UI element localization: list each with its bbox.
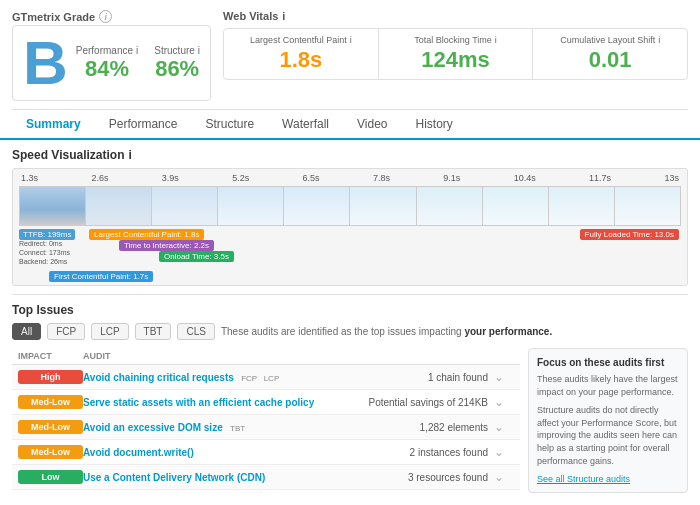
filmstrip-frame-5 bbox=[284, 187, 350, 225]
issues-table: IMPACT AUDIT High Avoid chaining critica… bbox=[12, 348, 520, 493]
performance-metric: Performance i 84% bbox=[76, 45, 138, 82]
filter-lcp[interactable]: LCP bbox=[91, 323, 128, 340]
web-vitals-info-icon[interactable]: i bbox=[282, 10, 285, 22]
filmstrip-frame-6 bbox=[350, 187, 416, 225]
audit-name-2: Serve static assets with an efficient ca… bbox=[83, 395, 368, 409]
col-impact: IMPACT bbox=[18, 351, 83, 361]
filmstrip-frame-7 bbox=[417, 187, 483, 225]
audit-name-1: Avoid chaining critical requests FCP LCP bbox=[83, 370, 428, 384]
annot-ttfb: TTFB: 199ms bbox=[19, 229, 75, 240]
tbt-label: Total Blocking Time bbox=[414, 35, 492, 45]
sidebar-text-1: These audits likely have the largest imp… bbox=[537, 373, 679, 398]
tabs-nav: Summary Performance Structure Waterfall … bbox=[0, 110, 700, 140]
audit-name-3: Avoid an excessive DOM size TBT bbox=[83, 420, 420, 434]
impact-badge-2: Med-Low bbox=[18, 395, 83, 409]
cls-metric: Cumulative Layout Shift i 0.01 bbox=[533, 29, 687, 79]
grade-letter: B bbox=[23, 32, 68, 94]
annot-redirect: Redirect: 0ms bbox=[19, 240, 62, 247]
annot-connect: Connect: 173ms bbox=[19, 249, 70, 256]
expand-icon-5[interactable]: ⌄ bbox=[494, 470, 514, 484]
expand-icon-1[interactable]: ⌄ bbox=[494, 370, 514, 384]
impact-badge-1: High bbox=[18, 370, 83, 384]
tab-structure[interactable]: Structure bbox=[191, 110, 268, 140]
cls-label: Cumulative Layout Shift bbox=[560, 35, 655, 45]
filmstrip-frame-3 bbox=[152, 187, 218, 225]
filmstrip-frame-9 bbox=[549, 187, 615, 225]
impact-badge-5: Low bbox=[18, 470, 83, 484]
filmstrip-frame-4 bbox=[218, 187, 284, 225]
speed-viz-info-icon[interactable]: i bbox=[128, 148, 131, 162]
structure-label: Structure bbox=[154, 45, 195, 56]
filmstrip-frame-2 bbox=[86, 187, 152, 225]
top-issues-section: Top Issues All FCP LCP TBT CLS These aud… bbox=[0, 295, 700, 501]
issues-layout: IMPACT AUDIT High Avoid chaining critica… bbox=[12, 348, 688, 493]
audit-result-1: 1 chain found bbox=[428, 372, 494, 383]
filter-row: All FCP LCP TBT CLS These audits are ide… bbox=[12, 323, 688, 340]
filmstrip-frame-8 bbox=[483, 187, 549, 225]
col-audit: AUDIT bbox=[83, 351, 494, 361]
annot-fully-loaded: Fully Loaded Time: 13.0s bbox=[580, 229, 679, 240]
tbt-info-icon[interactable]: i bbox=[495, 35, 497, 45]
annot-onload: Onload Time: 3.5s bbox=[159, 251, 234, 262]
filter-all[interactable]: All bbox=[12, 323, 41, 340]
lcp-metric: Largest Contentful Paint i 1.8s bbox=[224, 29, 379, 79]
expand-icon-3[interactable]: ⌄ bbox=[494, 420, 514, 434]
filter-tbt[interactable]: TBT bbox=[135, 323, 172, 340]
annot-backend: Backend: 26ms bbox=[19, 258, 67, 265]
performance-value: 84% bbox=[85, 56, 129, 82]
issue-row-1[interactable]: High Avoid chaining critical requests FC… bbox=[12, 365, 520, 390]
structure-info-icon[interactable]: i bbox=[198, 45, 200, 56]
filter-cls[interactable]: CLS bbox=[177, 323, 214, 340]
sidebar-link[interactable]: See all Structure audits bbox=[537, 474, 630, 484]
cls-value: 0.01 bbox=[543, 47, 677, 73]
lcp-label: Largest Contentful Paint bbox=[250, 35, 347, 45]
annot-tti: Time to Interactive: 2.2s bbox=[119, 240, 214, 251]
issue-row-4[interactable]: Med-Low Avoid document.write() 2 instanc… bbox=[12, 440, 520, 465]
tab-video[interactable]: Video bbox=[343, 110, 401, 140]
filter-description: These audits are identified as the top i… bbox=[221, 326, 552, 337]
structure-metric: Structure i 86% bbox=[154, 45, 200, 82]
gtmetrix-grade-section: GTmetrix Grade i B Performance i 84% bbox=[12, 10, 211, 101]
audit-result-5: 3 resources found bbox=[408, 472, 494, 483]
speed-viz-title: Speed Visualization bbox=[12, 148, 124, 162]
tab-waterfall[interactable]: Waterfall bbox=[268, 110, 343, 140]
filter-fcp[interactable]: FCP bbox=[47, 323, 85, 340]
lcp-value: 1.8s bbox=[234, 47, 368, 73]
top-issues-title: Top Issues bbox=[12, 303, 688, 317]
issue-row-3[interactable]: Med-Low Avoid an excessive DOM size TBT … bbox=[12, 415, 520, 440]
sidebar-title: Focus on these audits first bbox=[537, 357, 679, 368]
tab-history[interactable]: History bbox=[401, 110, 466, 140]
audit-result-2: Potential savings of 214KB bbox=[368, 397, 494, 408]
web-vitals-section: Web Vitals i Largest Contentful Paint i … bbox=[223, 10, 688, 101]
cls-info-icon[interactable]: i bbox=[658, 35, 660, 45]
audit-name-4: Avoid document.write() bbox=[83, 445, 410, 459]
annot-lcp: Largest Contentful Paint: 1.8s bbox=[89, 229, 204, 240]
filmstrip-frame-1 bbox=[20, 187, 86, 225]
sidebar-text-2: Structure audits do not directly affect … bbox=[537, 404, 679, 467]
performance-label: Performance bbox=[76, 45, 133, 56]
tbt-metric: Total Blocking Time i 124ms bbox=[379, 29, 534, 79]
filmstrip-frame-10 bbox=[615, 187, 680, 225]
timeline-labels: 1.3s 2.6s 3.9s 5.2s 6.5s 7.8s 9.1s 10.4s… bbox=[19, 173, 681, 183]
web-vitals-title: Web Vitals bbox=[223, 10, 278, 22]
issue-row-5[interactable]: Low Use a Content Delivery Network (CDN)… bbox=[12, 465, 520, 490]
impact-badge-3: Med-Low bbox=[18, 420, 83, 434]
gtmetrix-info-icon[interactable]: i bbox=[99, 10, 112, 23]
speed-visualization-section: Speed Visualization i 1.3s 2.6s 3.9s 5.2… bbox=[0, 140, 700, 294]
tab-performance[interactable]: Performance bbox=[95, 110, 192, 140]
impact-badge-4: Med-Low bbox=[18, 445, 83, 459]
gtmetrix-grade-title: GTmetrix Grade bbox=[12, 11, 95, 23]
tab-summary[interactable]: Summary bbox=[12, 110, 95, 140]
issue-row-2[interactable]: Med-Low Serve static assets with an effi… bbox=[12, 390, 520, 415]
audit-result-4: 2 instances found bbox=[410, 447, 494, 458]
audit-result-3: 1,282 elements bbox=[420, 422, 494, 433]
performance-info-icon[interactable]: i bbox=[136, 45, 138, 56]
lcp-info-icon[interactable]: i bbox=[350, 35, 352, 45]
expand-icon-4[interactable]: ⌄ bbox=[494, 445, 514, 459]
table-header: IMPACT AUDIT bbox=[12, 348, 520, 365]
issues-sidebar: Focus on these audits first These audits… bbox=[528, 348, 688, 493]
expand-icon-2[interactable]: ⌄ bbox=[494, 395, 514, 409]
annot-fcp: First Contentful Paint: 1.7s bbox=[49, 271, 153, 282]
audit-name-5: Use a Content Delivery Network (CDN) bbox=[83, 470, 408, 484]
speed-viz-container: 1.3s 2.6s 3.9s 5.2s 6.5s 7.8s 9.1s 10.4s… bbox=[12, 168, 688, 286]
